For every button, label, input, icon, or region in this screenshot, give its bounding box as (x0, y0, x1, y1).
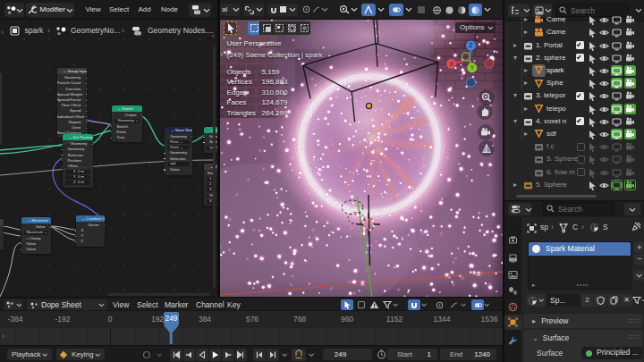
svg-text:X: X (449, 61, 453, 67)
svg-text:Z: Z (469, 42, 473, 48)
svg-text:Y: Y (470, 64, 474, 71)
